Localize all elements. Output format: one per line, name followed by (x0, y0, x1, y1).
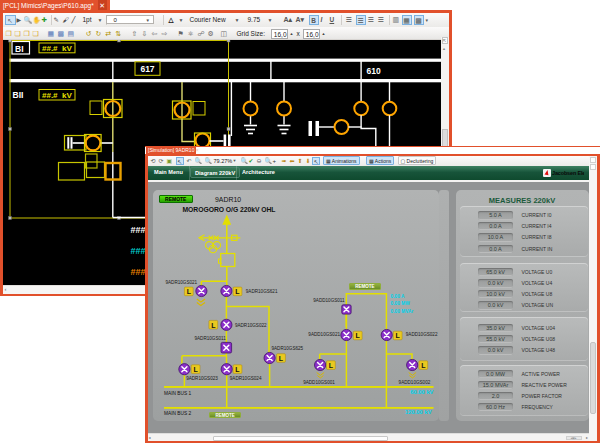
svg-text:###: ### (130, 245, 145, 255)
svg-text:9ADD10GS011: 9ADD10GS011 (313, 298, 345, 303)
svg-text:0.00 A: 0.00 A (390, 294, 404, 299)
svg-text:###: ### (130, 225, 145, 235)
svg-text:L: L (421, 362, 426, 369)
svg-text:MAIN BUS 1: MAIN BUS 1 (164, 391, 192, 396)
svg-text:0.00 MVAr: 0.00 MVAr (390, 309, 413, 314)
svg-text:##.# kV: ##.# kV (42, 91, 72, 100)
svg-text:L: L (328, 362, 333, 369)
svg-text:L: L (235, 366, 240, 373)
svg-text:9ADD10GS001: 9ADD10GS001 (303, 380, 335, 385)
svg-text:L: L (355, 332, 360, 339)
svg-text:617: 617 (140, 64, 154, 74)
svg-text:9ADR10GS625: 9ADR10GS625 (271, 346, 303, 351)
svg-text:9ADR10GS023: 9ADR10GS023 (186, 376, 218, 381)
svg-text:L: L (211, 322, 216, 329)
svg-text:9ADR10GS621: 9ADR10GS621 (245, 289, 277, 294)
svg-text:9ADD10GS021: 9ADD10GS021 (308, 332, 340, 337)
svg-text:L: L (193, 366, 198, 373)
svg-text:L: L (186, 288, 191, 295)
svg-text:L: L (278, 355, 283, 362)
svg-text:9ADR10GS024: 9ADR10GS024 (229, 376, 261, 381)
svg-text:BII: BII (12, 90, 23, 100)
svg-text:##.# kV: ##.# kV (42, 44, 72, 53)
svg-text:MAIN BUS 2: MAIN BUS 2 (164, 411, 192, 416)
svg-text:610: 610 (366, 66, 380, 76)
svg-text:BI: BI (15, 43, 24, 53)
svg-text:60.00 kV: 60.00 kV (410, 389, 433, 395)
svg-text:MOROGORO O/G 220kV OHL: MOROGORO O/G 220kV OHL (182, 206, 275, 213)
svg-text:120.00 kV: 120.00 kV (405, 409, 432, 415)
svg-text:###: ### (130, 266, 145, 276)
svg-text:L: L (395, 332, 400, 339)
svg-text:0.00 MW: 0.00 MW (390, 301, 410, 306)
svg-text:9ADR10GS021: 9ADR10GS021 (165, 280, 197, 285)
svg-text:9ADR10GS022: 9ADR10GS022 (234, 323, 266, 328)
svg-text:9ADD10GS002: 9ADD10GS002 (398, 380, 430, 385)
svg-text:9ADR10: 9ADR10 (215, 196, 241, 203)
svg-text:L: L (235, 288, 240, 295)
svg-text:9ADD10GS022: 9ADD10GS022 (405, 332, 437, 337)
svg-text:9ADR10GS011: 9ADR10GS011 (194, 336, 226, 341)
